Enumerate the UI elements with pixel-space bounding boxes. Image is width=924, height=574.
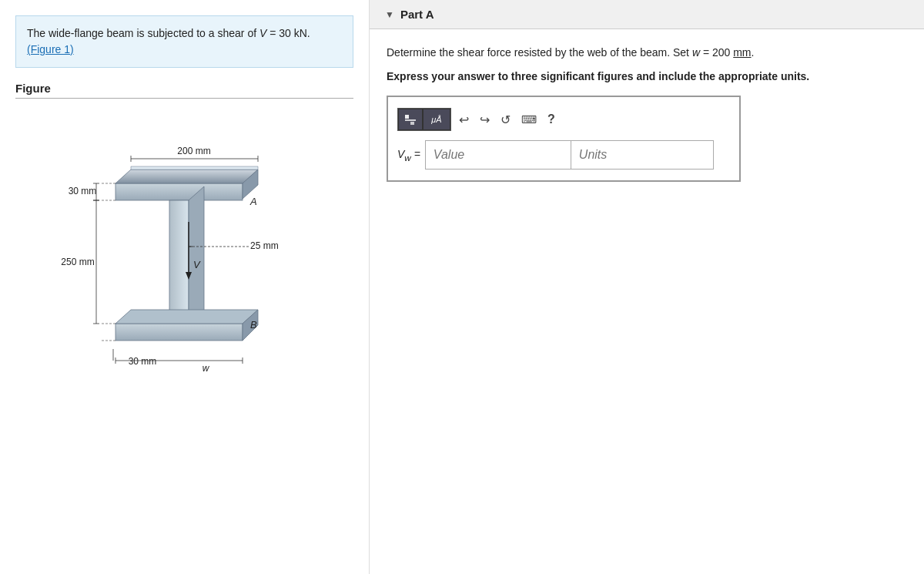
format-btn-group: μÅ [397,108,451,131]
svg-rect-3 [169,200,189,324]
part-label: Part A [400,8,434,21]
fraction-button[interactable] [398,109,423,130]
svg-text:V: V [193,259,201,270]
figure-area: 200 mm 30 mm 250 mm 30 mm [15,106,353,384]
svg-rect-42 [410,122,414,125]
svg-marker-4 [189,186,204,324]
right-panel: ▼ Part A Determine the shear force resis… [370,0,924,574]
svg-text:B: B [250,319,257,331]
answer-box: μÅ ↩ ↪ ↺ ⌨ ? Vw = [387,96,741,182]
svg-text:200 mm: 200 mm [177,146,210,156]
symbol-label: μÅ [431,115,441,124]
svg-text:250 mm: 250 mm [61,257,94,267]
svg-rect-40 [405,115,409,119]
left-panel: The wide-flange beam is subjected to a s… [0,0,370,574]
svg-rect-5 [116,324,243,341]
svg-marker-6 [116,310,258,324]
svg-text:30 mm: 30 mm [68,186,96,196]
vw-label: Vw = [397,148,420,163]
refresh-button[interactable]: ↺ [497,111,514,129]
answer-row: Vw = [397,140,730,170]
instruction-bold: Express your answer to three significant… [387,69,907,85]
svg-text:w: w [202,363,209,374]
problem-math: V = 30 kN. [259,27,310,39]
svg-text:A: A [249,196,257,207]
value-input[interactable] [425,140,571,170]
part-header: ▼ Part A [370,0,924,29]
help-button[interactable]: ? [544,111,558,128]
svg-text:25 mm: 25 mm [250,240,279,251]
part-content: Determine the shear force resisted by th… [370,29,924,197]
figure-heading: Figure [15,82,353,99]
units-input[interactable] [571,140,714,170]
svg-marker-8 [131,166,258,170]
toolbar: μÅ ↩ ↪ ↺ ⌨ ? [397,108,730,131]
svg-marker-1 [116,170,258,183]
instruction-text: Determine the shear force resisted by th… [387,45,907,61]
symbol-button[interactable]: μÅ [423,109,450,130]
figure-link[interactable]: (Figure 1) [27,43,74,55]
beam-figure: 200 mm 30 mm 250 mm 30 mm [50,114,320,376]
undo-button[interactable]: ↩ [456,111,472,129]
collapse-icon[interactable]: ▼ [385,9,394,20]
problem-text: The wide-flange beam is subjected to a s… [27,27,259,39]
keyboard-button[interactable]: ⌨ [518,112,540,127]
redo-button[interactable]: ↪ [477,111,493,129]
svg-rect-0 [116,183,243,200]
svg-text:30 mm: 30 mm [128,356,156,367]
problem-box: The wide-flange beam is subjected to a s… [15,15,353,68]
